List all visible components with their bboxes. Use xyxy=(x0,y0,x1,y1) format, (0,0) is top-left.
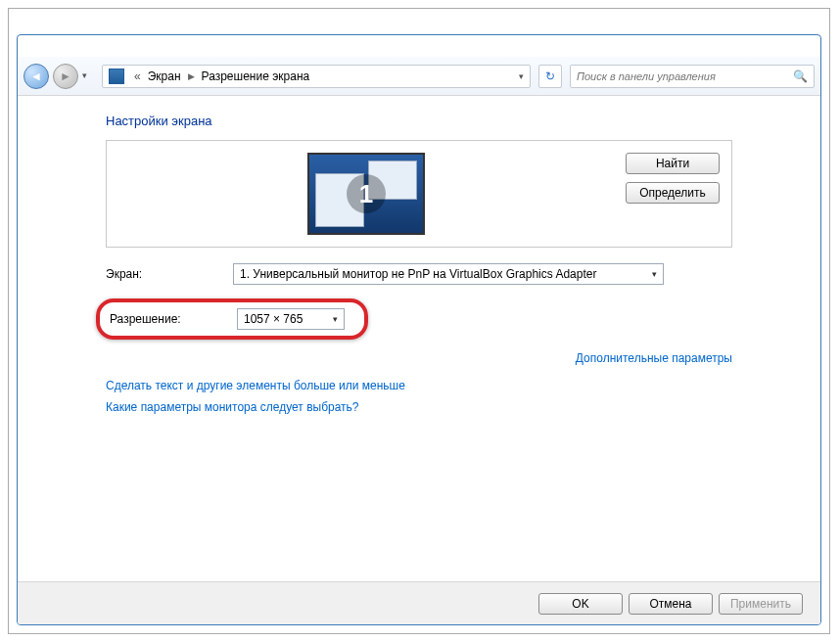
chevron-down-icon: ▾ xyxy=(333,314,338,324)
navigation-bar: ◄ ► ▾ « Экран ▶ Разрешение экрана ▾ ↻ 🔍 xyxy=(18,57,820,96)
chevron-down-icon[interactable]: ▾ xyxy=(519,71,524,81)
screen-select[interactable]: 1. Универсальный монитор не PnP на Virtu… xyxy=(233,263,664,285)
control-panel-window: ◄ ► ▾ « Экран ▶ Разрешение экрана ▾ ↻ 🔍 xyxy=(17,34,821,625)
back-button[interactable]: ◄ xyxy=(23,64,49,89)
resolution-highlight: Разрешение: 1057 × 765 ▾ xyxy=(96,298,368,340)
breadcrumb[interactable]: « Экран ▶ Разрешение экрана ▾ xyxy=(102,65,531,88)
screen-select-value: 1. Универсальный монитор не PnP на Virtu… xyxy=(240,267,596,281)
screen-row: Экран: 1. Универсальный монитор не PnP н… xyxy=(106,263,732,285)
search-box[interactable]: 🔍 xyxy=(570,65,815,88)
control-panel-icon xyxy=(109,69,124,84)
page-title: Настройки экрана xyxy=(106,114,732,128)
chevron-right-icon: ▶ xyxy=(184,71,199,81)
resolution-select-value: 1057 × 765 xyxy=(244,312,303,326)
arrow-left-icon: ◄ xyxy=(30,69,42,83)
chevron-down-icon: ▾ xyxy=(652,269,657,279)
display-preview-panel: 1 Найти Определить xyxy=(106,140,732,248)
monitor-number-badge: 1 xyxy=(347,174,386,213)
chevron-down-icon[interactable]: ▾ xyxy=(82,70,94,82)
monitor-preview[interactable]: 1 xyxy=(118,153,614,235)
breadcrumb-current[interactable]: Разрешение экрана xyxy=(199,69,313,83)
resolution-select[interactable]: 1057 × 765 ▾ xyxy=(237,308,345,330)
refresh-icon: ↻ xyxy=(545,69,555,83)
apply-button[interactable]: Применить xyxy=(719,593,803,615)
refresh-button[interactable]: ↻ xyxy=(538,65,562,88)
identify-button[interactable]: Определить xyxy=(626,182,720,204)
find-button[interactable]: Найти xyxy=(626,153,720,174)
bottom-button-bar: OK Отмена Применить xyxy=(18,581,820,624)
search-input[interactable] xyxy=(577,70,793,82)
search-icon[interactable]: 🔍 xyxy=(793,69,808,83)
resolution-label: Разрешение: xyxy=(110,312,237,326)
breadcrumb-root[interactable]: Экран xyxy=(145,69,184,83)
content-area: Настройки экрана 1 Найти Определить Экра… xyxy=(18,96,820,414)
screen-label: Экран: xyxy=(106,267,233,281)
text-size-link[interactable]: Сделать текст и другие элементы больше и… xyxy=(106,379,732,392)
which-settings-link[interactable]: Какие параметры монитора следует выбрать… xyxy=(106,400,732,414)
forward-button[interactable]: ► xyxy=(53,64,78,89)
advanced-settings-link[interactable]: Дополнительные параметры xyxy=(576,351,732,365)
cancel-button[interactable]: Отмена xyxy=(629,593,713,615)
arrow-right-icon: ► xyxy=(60,69,71,83)
ok-button[interactable]: OK xyxy=(538,593,623,615)
chevron-left-double-icon: « xyxy=(130,69,145,83)
